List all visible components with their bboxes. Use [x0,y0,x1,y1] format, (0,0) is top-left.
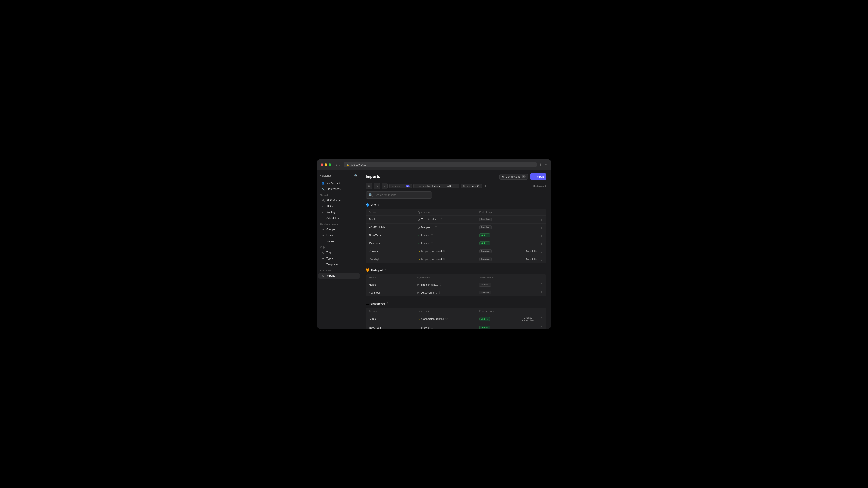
sync-status-text: Discovering... [421,291,437,294]
info-icon[interactable]: ⓘ [443,250,445,253]
action-button[interactable]: Map fields [526,258,537,261]
search-input[interactable] [375,194,429,197]
jira-col-source: Source [366,209,414,216]
sidebar-item-my-account[interactable]: 👤 My Account [318,180,360,186]
address-bar[interactable]: 🔒 app.devrev.ai [344,162,537,167]
info-icon[interactable]: ⓘ [438,291,440,294]
users-label: Users [327,234,333,237]
more-options-button[interactable]: ⋮ [540,250,544,253]
imported-by-label: Imported by [392,185,404,187]
source-name: Maple [369,218,376,221]
info-icon[interactable]: ⓘ [435,226,437,229]
at-icon: @ [367,185,370,188]
sync-status-text: Transforming... [421,283,438,286]
maximize-button[interactable] [329,163,331,166]
customize-button[interactable]: Customize 3 [533,185,547,187]
sync-direction-filter[interactable]: Sync direction External → DevRev +1 [413,184,459,189]
filter-alert-button[interactable]: △ [374,183,380,189]
more-options-button[interactable]: ⋮ [540,234,544,237]
more-options-button[interactable]: ⋮ [540,257,544,261]
sidebar-item-routing[interactable]: ◁ Routing [318,209,360,215]
settings-back-button[interactable]: ‹ Settings [320,174,332,177]
source-cell: RevBoost [366,239,414,247]
sync-status-text: In sync [421,234,430,237]
source-name: Maple [369,283,376,286]
table-row: Growee ⚠ Mapping required ⓘ Inactive Map… [366,247,547,255]
more-options-button[interactable]: ⋮ [540,241,544,245]
row-actions: ⋮ [519,283,544,287]
filter-circle-button[interactable]: ○ [381,183,388,189]
info-icon[interactable]: ⓘ [443,258,445,261]
hubspot-icon: 🧡 [366,268,369,272]
user-mgmt-section-label: User Management [317,221,361,226]
share-icon[interactable]: ⬆ [539,163,542,167]
forward-nav-button[interactable]: › [339,162,341,167]
routing-label: Routing [327,211,335,214]
sidebar-item-preferences[interactable]: 🔧 Preferences [318,186,360,192]
schedules-icon: □ [321,217,324,220]
more-options-button[interactable]: ⋮ [540,291,544,294]
source-cell: NovaTech [366,289,414,297]
info-icon[interactable]: ⓘ [431,326,433,329]
source-cell: Maple [366,314,414,324]
sidebar-item-invites[interactable]: □ Invites [318,238,360,244]
sync-status-cell: ◔ Mapping... ⓘ [414,224,476,231]
add-filter-button[interactable]: + [484,184,487,188]
table-row: Maple ⚠ Connection deleted ⓘ Active Chan… [366,314,547,324]
import-button[interactable]: ＋ Import [530,173,547,180]
sidebar: ‹ Settings 🔍 👤 My Account 🔧 Preferences … [317,170,361,329]
info-icon[interactable]: ⓘ [431,234,433,237]
sidebar-item-tags[interactable]: ◇ Tags [318,250,360,256]
info-icon[interactable]: ⓘ [440,283,442,286]
row-actions: Map fields ⋮ [519,250,544,253]
sidebar-item-schedules[interactable]: □ Schedules [318,215,360,221]
invites-label: Invites [327,240,334,243]
info-icon[interactable]: ⓘ [431,242,433,245]
import-plus-icon: ＋ [533,175,535,178]
info-icon[interactable]: ⓘ [440,218,442,221]
sidebar-item-templates[interactable]: □ Templates [318,262,360,267]
salesforce-col-sync: Sync status [414,308,476,314]
plug-widget-label: PluG Widget [327,199,341,202]
sidebar-item-groups[interactable]: ✦ Groups [318,227,360,232]
sidebar-item-imports[interactable]: ⊙ Imports [318,273,360,279]
action-button[interactable]: Change connection [519,316,537,322]
service-label: Service [463,185,471,187]
row-actions: Change connection ⋮ [519,316,544,322]
minimize-button[interactable] [324,163,327,166]
sidebar-item-users[interactable]: ✦ Users [318,232,360,238]
sync-status-cell: ✓ In sync ⓘ [414,324,476,329]
row-actions: ⋮ [519,241,544,245]
salesforce-group: ☁ Salesforce 4 Source Sync status Period… [366,301,547,329]
new-tab-icon[interactable]: ＋ [544,163,547,167]
preferences-icon: 🔧 [321,188,324,191]
hubspot-col-actions [516,274,547,281]
settings-back-label: Settings [322,174,332,177]
close-button[interactable] [321,163,323,166]
sync-status-text: In sync [421,242,430,245]
info-icon[interactable]: ⓘ [445,317,448,321]
sidebar-item-plug-widget[interactable]: 🔌 PluG Widget [318,197,360,203]
back-nav-button[interactable]: ‹ [335,162,338,167]
sidebar-search-button[interactable]: 🔍 [354,174,358,177]
source-cell: Maple [366,216,414,224]
table-row: DataByte ⚠ Mapping required ⓘ Inactive M… [366,255,547,263]
periodic-sync-cell: Active [476,314,516,324]
row-actions: ⋮ [519,291,544,294]
filter-at-button[interactable]: @ [366,183,372,189]
connections-button[interactable]: ⚙ Connections 3 [499,174,528,180]
more-options-button[interactable]: ⋮ [540,218,544,221]
sidebar-item-slas[interactable]: ○ SLAs [318,203,360,209]
more-options-button[interactable]: ⋮ [540,326,544,329]
action-button[interactable]: Map fields [526,250,537,253]
service-filter[interactable]: Service Jira +1 [461,184,482,189]
imported-by-filter[interactable]: Imported by M [390,184,412,189]
periodic-sync-cell: Active [476,231,516,239]
more-options-button[interactable]: ⋮ [540,283,544,287]
table-row: Maple ◔ Transforming... ⓘ Inactive ⋮ [366,216,547,224]
salesforce-icon: ☁ [366,302,369,305]
sidebar-item-types[interactable]: ✦ Types [318,256,360,261]
more-options-button[interactable]: ⋮ [540,226,544,229]
jira-icon: 🔷 [366,203,369,206]
more-options-button[interactable]: ⋮ [540,317,544,321]
